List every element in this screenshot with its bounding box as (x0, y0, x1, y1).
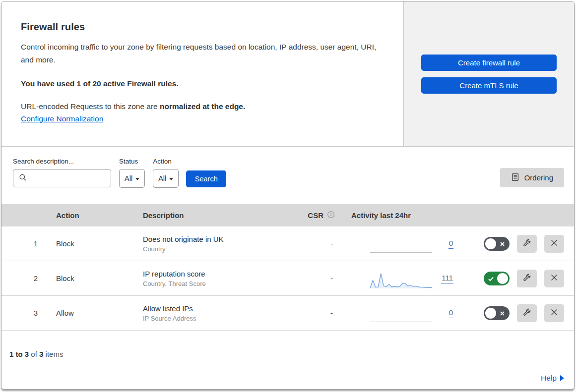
rule-fields: Country (143, 245, 166, 253)
rule-controls (465, 296, 574, 330)
toggle-knob (497, 273, 508, 284)
rule-csr-value: - (299, 226, 339, 261)
activity-count-link[interactable]: 0 (448, 239, 453, 249)
chevron-down-icon (135, 178, 139, 180)
help-link[interactable]: Help (541, 374, 564, 383)
rule-description: Does not originate in UK (143, 235, 224, 243)
info-icon[interactable] (327, 211, 335, 220)
rule-controls (465, 261, 574, 295)
close-icon (550, 308, 558, 318)
rule-enabled-toggle[interactable] (484, 306, 510, 320)
status-filter-group: Status All (119, 158, 145, 188)
rule-activity-cell: 0 (339, 226, 465, 261)
rule-activity-cell: 0 (339, 296, 465, 330)
wrench-icon (523, 274, 531, 283)
pagination-summary: 1 to 3 of 3 items (1, 331, 574, 366)
delete-rule-button[interactable] (544, 270, 564, 287)
table-row: 1 Block Does not originate in UK Country… (1, 226, 574, 261)
toggle-knob (485, 238, 496, 249)
create-mtls-rule-button[interactable]: Create mTLS rule (421, 77, 557, 94)
rule-priority: 2 (1, 261, 56, 295)
rule-enabled-toggle[interactable] (484, 272, 510, 285)
actions-panel: Create firewall rule Create mTLS rule (404, 1, 574, 146)
configure-normalization-link[interactable]: Configure Normalization (21, 114, 103, 123)
search-button[interactable]: Search (186, 170, 226, 187)
rule-activity-cell: 111 (339, 261, 465, 295)
priority-column-header (1, 204, 56, 226)
delete-rule-button[interactable] (544, 304, 564, 322)
description-column-header: Description (143, 204, 299, 226)
wrench-icon (523, 308, 531, 318)
rule-action: Block (56, 261, 143, 295)
filter-bar: Search description... Status All Action … (1, 147, 574, 204)
create-firewall-rule-button[interactable]: Create firewall rule (421, 55, 557, 71)
activity-sparkline (370, 272, 432, 290)
csr-column-header: CSR (299, 204, 339, 226)
activity-count-link[interactable]: 0 (448, 308, 453, 318)
rule-fields: IP Source Address (143, 315, 196, 322)
search-label: Search description... (13, 158, 111, 165)
x-icon (499, 310, 506, 319)
status-dropdown[interactable]: All (119, 169, 145, 188)
rule-enabled-toggle[interactable] (484, 237, 510, 251)
arrow-right-icon (560, 375, 564, 381)
rule-csr-value: - (299, 296, 339, 330)
toggle-knob (485, 308, 496, 319)
item-total: 3 (39, 350, 43, 358)
page-description: Control incoming traffic to your zone by… (21, 41, 381, 66)
ordering-list-icon (511, 173, 519, 183)
edit-rule-button[interactable] (517, 270, 537, 287)
status-label: Status (119, 158, 145, 165)
action-filter-group: Action All (153, 158, 179, 188)
close-icon (550, 274, 558, 283)
rule-description-cell: Does not originate in UK Country (143, 226, 299, 261)
rule-description: IP reputation score (143, 270, 205, 278)
check-icon (488, 275, 494, 284)
delete-rule-button[interactable] (544, 235, 564, 253)
rule-fields: Country, Threat Score (143, 280, 206, 287)
action-label: Action (153, 158, 179, 165)
rule-action: Block (56, 226, 143, 261)
edit-rule-button[interactable] (517, 235, 537, 253)
action-dropdown[interactable]: All (153, 169, 179, 188)
table-header: Action Description CSR Activity last 24h… (1, 204, 574, 226)
table-row: 3 Allow Allow listed IPs IP Source Addre… (1, 296, 574, 331)
close-icon (550, 239, 558, 248)
search-icon (19, 173, 27, 183)
action-column-header: Action (56, 204, 143, 226)
normalization-bold: normalized at the edge. (160, 102, 245, 111)
activity-sparkline-empty (370, 307, 432, 325)
edit-rule-button[interactable] (517, 304, 537, 322)
rule-action: Allow (56, 296, 143, 330)
activity-sparkline-empty (370, 237, 432, 255)
rule-priority: 1 (1, 226, 56, 261)
search-input[interactable] (13, 169, 111, 187)
rule-priority: 3 (1, 296, 56, 330)
activity-column-header: Activity last 24hr (339, 204, 465, 226)
firewall-rules-card: Firewall rules Control incoming traffic … (1, 1, 575, 390)
ordering-button[interactable]: Ordering (500, 168, 564, 187)
search-group: Search description... (13, 158, 111, 187)
activity-count-link[interactable]: 111 (441, 274, 453, 283)
top-section: Firewall rules Control incoming traffic … (1, 1, 574, 147)
rule-description: Allow listed IPs (143, 304, 193, 313)
rule-controls (465, 226, 574, 261)
x-icon (499, 240, 506, 249)
rule-description-cell: Allow listed IPs IP Source Address (143, 296, 299, 330)
intro-panel: Firewall rules Control incoming traffic … (1, 1, 404, 146)
normalization-text: URL-encoded Requests to this zone are no… (21, 102, 384, 111)
help-bar: Help (1, 366, 574, 390)
rule-csr-value: - (299, 261, 339, 295)
page-title: Firewall rules (21, 21, 384, 33)
controls-column-header (465, 204, 574, 226)
wrench-icon (523, 239, 531, 249)
item-range: 1 to 3 (9, 350, 29, 358)
table-row: 2 Block IP reputation score Country, Thr… (1, 261, 574, 296)
rule-description-cell: IP reputation score Country, Threat Scor… (143, 261, 299, 295)
chevron-down-icon (169, 178, 173, 180)
usage-text: You have used 1 of 20 active Firewall ru… (21, 79, 384, 88)
